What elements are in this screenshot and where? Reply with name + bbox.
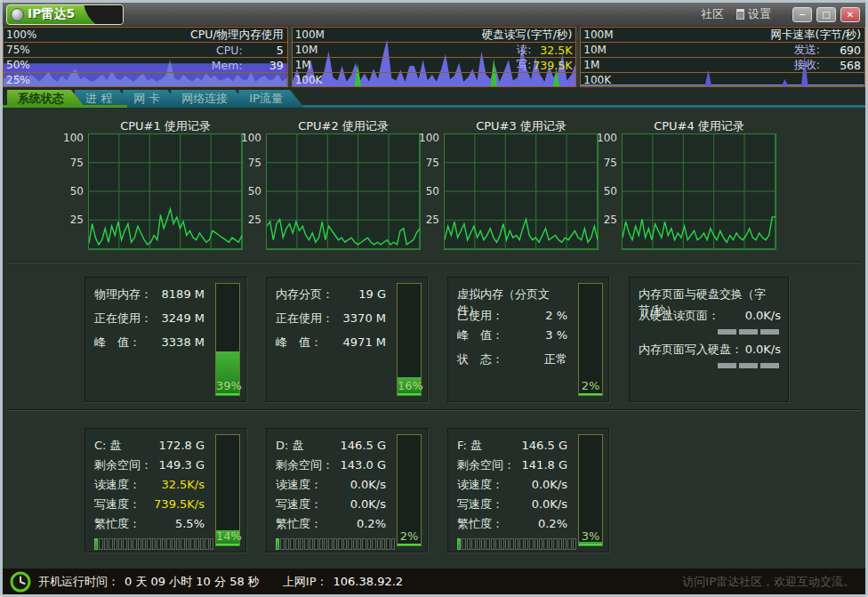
page-write-minibar: [639, 363, 779, 368]
page-read-minibar: [639, 329, 779, 335]
disk-f-usage-meter: 3%: [578, 434, 603, 546]
cpu2-usage-chart: [266, 133, 421, 250]
page-file-panel: 内存分页：19 G 正在使用：3370 M 峰 值：4971 M 16%: [266, 277, 428, 402]
scale-label: 50%: [6, 58, 60, 72]
scale-label: 1M: [295, 58, 349, 72]
cpu-mem-graph-panel: 100% 75% 50% 25% CPU/物理内存使用 CPU:5 Mem:39: [3, 27, 288, 87]
stat-label: 发送:: [794, 43, 820, 58]
scale-label: 100K: [583, 73, 637, 87]
graph-title: 硬盘读写(字节/秒): [482, 28, 572, 43]
virtual-memory-meter: 2%: [578, 283, 603, 396]
disk-c-panel: C: 盘172.8 G 剩余空间：149.3 G 读速度：32.5K/s 写速度…: [84, 428, 246, 553]
cpu4-usage-chart: [622, 133, 776, 250]
stat-value: 690: [820, 44, 861, 57]
network-graph-panel: 100M 10M 1M 100K 网卡速率(字节/秒) 发送:690 接收:56…: [580, 27, 865, 87]
physical-memory-panel: 物理内存：8189 M 正在使用：3249 M 峰 值：3338 M 39%: [84, 277, 246, 402]
cpu1-chart-group: CPU#1 使用记录 100 75 50 25: [65, 118, 243, 250]
maximize-button[interactable]: □: [816, 7, 836, 22]
graph-title: 网卡速率(字节/秒): [771, 28, 861, 43]
app-window: IP雷达5 社区 设置 ─ □ ✕ 100% 75% 50% 25% CPU/物…: [0, 0, 868, 597]
cpu1-usage-chart: [88, 133, 243, 250]
scale-label: 100%: [6, 28, 60, 42]
cpu2-chart-group: CPU#2 使用记录 100 75 50 25: [243, 118, 421, 250]
stat-value: 568: [820, 59, 861, 72]
cpu-history-row: CPU#1 使用记录 100 75 50 25 CPU#2 使用记录 100: [3, 108, 865, 250]
chart-title: CPU#3 使用记录: [444, 118, 599, 133]
uptime-label: 开机运行时间：: [38, 574, 119, 590]
scale-label: 100K: [295, 73, 349, 87]
stat-value: 39: [243, 59, 284, 72]
scale-label: 25%: [6, 73, 60, 87]
cpu4-chart-group: CPU#4 使用记录 100 75 50 25: [599, 118, 776, 250]
separator: [8, 262, 860, 263]
cpu3-usage-chart: [444, 133, 599, 250]
statusbar: 开机运行时间： 0 天 09 小时 10 分 58 秒 上网IP： 106.38…: [3, 569, 865, 594]
system-status-page: CPU#1 使用记录 100 75 50 25 CPU#2 使用记录 100: [3, 108, 865, 569]
scale-label: 1M: [583, 58, 637, 72]
disk-io-graph-panel: 100M 10M 1M 100K 硬盘读写(字节/秒) 读:32.5K 写:73…: [292, 27, 577, 87]
minimize-button[interactable]: ─: [792, 7, 812, 22]
disk-c-usage-meter: 14%: [215, 434, 240, 546]
scale-label: 10M: [583, 43, 637, 57]
pagefile-usage-meter: 16%: [397, 283, 422, 396]
disk-f-panel: F: 盘146.5 G 剩余空间：141.8 G 读速度：0.0K/s 写速度：…: [447, 428, 609, 553]
stat-label: 接收:: [794, 58, 820, 73]
cpu3-chart-group: CPU#3 使用记录 100 75 50 25: [421, 118, 599, 250]
graph-title: CPU/物理内存使用: [190, 28, 284, 43]
separator: [8, 409, 860, 411]
disk-d-busy-bar: [276, 538, 395, 550]
panel-title: 虚拟内存（分页文件）: [457, 286, 567, 308]
logo-swoosh: [84, 4, 124, 25]
memory-usage-meter: 39%: [215, 283, 240, 396]
stat-value: 739.5K: [531, 59, 572, 72]
community-link[interactable]: 社区: [701, 6, 724, 22]
chart-title: CPU#1 使用记录: [88, 118, 243, 133]
disk-f-busy-bar: [457, 538, 576, 550]
tabbar-underline-active: [3, 105, 127, 108]
close-button[interactable]: ✕: [840, 7, 860, 22]
ip-label: 上网IP：: [283, 574, 328, 590]
uptime-clock-icon: [10, 571, 31, 593]
tab-ip-traffic[interactable]: IP流量: [238, 90, 304, 108]
scale-label: 100M: [295, 28, 349, 42]
disk-d-usage-meter: 2%: [397, 434, 422, 546]
disk-d-panel: D: 盘146.5 G 剩余空间：143.0 G 读速度：0.0K/s 写速度：…: [266, 428, 428, 553]
tab-network-connections[interactable]: 网络连接: [171, 90, 249, 108]
stat-value: 32.5K: [531, 44, 572, 57]
stat-label: 写:: [517, 58, 532, 73]
memory-row: 物理内存：8189 M 正在使用：3249 M 峰 值：3338 M 39% 内…: [3, 277, 865, 402]
ip-value: 106.38.92.2: [334, 575, 404, 588]
settings-link[interactable]: 设置: [736, 6, 771, 22]
community-hint: 访问IP雷达社区，欢迎互动交流。: [682, 574, 855, 590]
titlebar: IP雷达5 社区 设置 ─ □ ✕: [3, 3, 865, 27]
disk-c-busy-bar: [94, 538, 213, 550]
scale-label: 100M: [583, 28, 637, 42]
globe-icon: [11, 8, 24, 21]
scale-label: 10M: [295, 43, 349, 57]
virtual-memory-panel: 虚拟内存（分页文件） 已使用：2 % 峰 值：3 % 状 态：正常 2%: [447, 277, 609, 402]
app-title: IP雷达5: [28, 6, 75, 22]
page-swap-panel: 内存页面与硬盘交换（字节/秒） 从硬盘读页面：0.0K/s 内存页面写入硬盘：0…: [629, 277, 789, 402]
stat-label: Mem:: [212, 59, 243, 72]
chart-title: CPU#4 使用记录: [622, 118, 776, 133]
stat-label: CPU:: [216, 44, 243, 57]
settings-icon: [736, 9, 744, 20]
scale-label: 75%: [6, 43, 60, 57]
uptime-value: 0 天 09 小时 10 分 58 秒: [125, 574, 260, 590]
stat-value: 5: [243, 44, 284, 57]
tabbar: 系统状态 进 程 网 卡 网络连接 IP流量: [3, 87, 865, 108]
chart-title: CPU#2 使用记录: [266, 118, 421, 133]
top-graphs-row: 100% 75% 50% 25% CPU/物理内存使用 CPU:5 Mem:39…: [3, 27, 865, 87]
panel-title: 内存页面与硬盘交换（字节/秒）: [639, 286, 781, 308]
app-logo: IP雷达5: [6, 4, 124, 25]
stat-label: 读:: [517, 43, 532, 58]
disk-row: C: 盘172.8 G 剩余空间：149.3 G 读速度：32.5K/s 写速度…: [3, 428, 865, 553]
